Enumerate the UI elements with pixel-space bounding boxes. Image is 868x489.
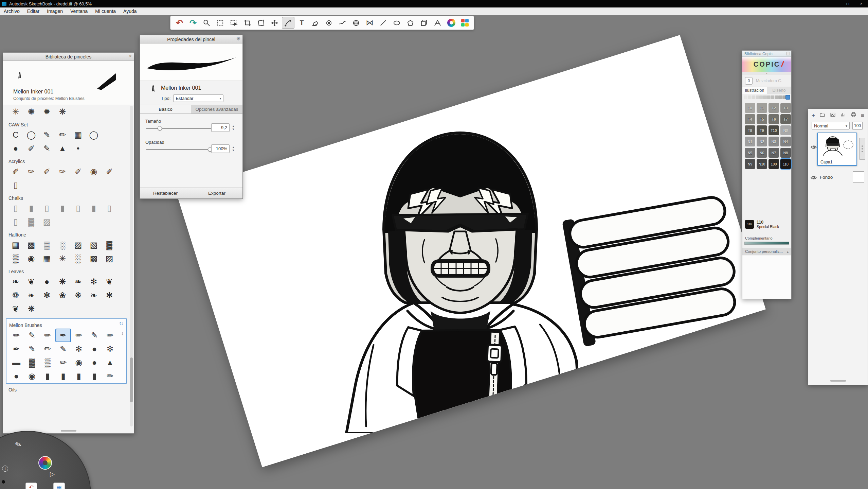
- ellipse-tool-icon[interactable]: [391, 17, 403, 29]
- brush-icon[interactable]: C: [8, 128, 23, 142]
- copic-swatch[interactable]: N8: [780, 148, 791, 158]
- collapse-icon[interactable]: [786, 52, 790, 55]
- brush-type-dropdown[interactable]: Estándar ▾: [173, 94, 223, 102]
- brush-icon[interactable]: ◉: [71, 356, 87, 369]
- drawing-canvas[interactable]: [176, 35, 766, 467]
- brush-icon[interactable]: ▯: [102, 202, 117, 215]
- brush-icon[interactable]: ◯: [23, 128, 39, 142]
- brush-icon[interactable]: ◉: [86, 165, 102, 178]
- adjust-icon[interactable]: ↕: [121, 331, 124, 336]
- brush-library-header[interactable]: Biblioteca de pinceles ×: [3, 53, 134, 61]
- brush-icon[interactable]: ❋: [55, 275, 70, 289]
- eraser-icon[interactable]: [309, 17, 322, 29]
- brush-icon[interactable]: ░: [70, 252, 86, 265]
- export-button[interactable]: Exportar: [191, 188, 242, 198]
- copic-swatch[interactable]: T4: [745, 114, 755, 124]
- redo-icon[interactable]: ↷: [187, 17, 199, 29]
- copic-swatch[interactable]: T5: [757, 114, 767, 124]
- layers-menu-icon[interactable]: ≡: [861, 112, 864, 118]
- brush-icon[interactable]: ▨: [39, 215, 55, 229]
- crop-icon[interactable]: [241, 17, 254, 29]
- brush-icon[interactable]: ✏: [102, 369, 118, 383]
- brush-icon[interactable]: ░: [55, 238, 70, 252]
- brush-icon[interactable]: ✐: [39, 165, 55, 178]
- layer-thumbnail-capa1[interactable]: Capa1: [817, 133, 857, 166]
- copic-swatch[interactable]: N3: [768, 137, 779, 146]
- copic-swatch[interactable]: N10: [757, 159, 767, 169]
- tab-ilustracion[interactable]: Ilustración: [742, 87, 767, 94]
- color-wheel-icon[interactable]: [38, 456, 52, 470]
- copic-swatch[interactable]: N7: [768, 148, 779, 158]
- brush-icon[interactable]: ✏: [40, 342, 55, 356]
- grid-button[interactable]: ▦: [53, 483, 65, 489]
- mini-swatch[interactable]: [748, 95, 751, 99]
- visibility-eye-icon[interactable]: [810, 145, 817, 151]
- brush-icon[interactable]: ✏: [102, 329, 118, 342]
- nudge-icon[interactable]: [268, 17, 281, 29]
- size-slider-thumb[interactable]: [158, 126, 162, 130]
- menu-mi-cuenta[interactable]: Mi cuenta: [91, 7, 120, 15]
- brush-icon[interactable]: ✼: [102, 342, 118, 356]
- brush-icon[interactable]: ▧: [86, 238, 102, 252]
- brush-icon[interactable]: ✐: [70, 165, 86, 178]
- brush-icon[interactable]: ▨: [102, 252, 117, 265]
- copic-swatch[interactable]: 110: [780, 159, 791, 169]
- menu-imagen[interactable]: Imagen: [43, 7, 67, 15]
- layer-thumbnail-fondo[interactable]: [853, 171, 864, 183]
- brush-icon[interactable]: ▩: [23, 238, 39, 252]
- copic-header[interactable]: Biblioteca Copic: [742, 51, 791, 57]
- mini-swatch[interactable]: [756, 95, 759, 99]
- perspective-icon[interactable]: [431, 17, 444, 29]
- tab-opciones-avanzadas[interactable]: Opciones avanzadas: [191, 105, 242, 113]
- tab-basico[interactable]: Básico: [140, 105, 191, 113]
- close-icon[interactable]: ×: [129, 53, 132, 59]
- duplicate-icon[interactable]: [418, 17, 430, 29]
- brush-icon[interactable]: ✳: [8, 105, 23, 119]
- brush-icon[interactable]: ●: [87, 356, 102, 369]
- blend-mode-dropdown[interactable]: Normal ▾: [812, 122, 850, 129]
- copic-swatch[interactable]: N9: [745, 159, 755, 169]
- brush-icon[interactable]: ✑: [23, 165, 39, 178]
- brush-icon[interactable]: ✎: [55, 342, 71, 356]
- mini-swatch[interactable]: [786, 95, 790, 99]
- mini-swatch[interactable]: [752, 95, 755, 99]
- scrollbar-thumb[interactable]: [130, 357, 133, 402]
- brush-icon[interactable]: ▮: [86, 202, 102, 215]
- line-tool-icon[interactable]: [377, 17, 390, 29]
- brush-icon[interactable]: ▨: [70, 238, 86, 252]
- brush-icon[interactable]: ▒: [8, 252, 23, 265]
- color-wheel-icon[interactable]: [445, 17, 457, 29]
- brush-icon[interactable]: ▓: [24, 356, 40, 369]
- brush-icon[interactable]: ✳: [55, 252, 70, 265]
- copic-swatch[interactable]: T0: [745, 103, 755, 113]
- brush-icon[interactable]: ●: [39, 275, 55, 289]
- opacity-value[interactable]: 100%: [211, 144, 230, 153]
- brush-icon[interactable]: ▯: [8, 215, 23, 229]
- copic-swatch[interactable]: N6: [757, 148, 767, 158]
- copic-swatch[interactable]: T2: [768, 103, 779, 113]
- layer-row-fondo[interactable]: Fondo: [808, 173, 868, 188]
- brush-icon[interactable]: ✻: [102, 289, 117, 302]
- brush-icon[interactable]: ▮: [40, 369, 55, 383]
- settings-icon[interactable]: ✳: [236, 36, 240, 41]
- copic-swatch[interactable]: N4: [780, 137, 791, 146]
- opacity-slider[interactable]: [146, 149, 214, 150]
- brush-icon[interactable]: ❧: [70, 275, 86, 289]
- brush-icon[interactable]: ❦: [8, 302, 23, 316]
- brush-icon[interactable]: ❦: [102, 275, 117, 289]
- brush-icon[interactable]: ✎: [39, 128, 55, 142]
- copic-swatch[interactable]: T6: [768, 114, 779, 124]
- mini-swatch[interactable]: [782, 95, 786, 99]
- brush-icon[interactable]: ▯: [39, 202, 55, 215]
- brush-icon[interactable]: ✏: [55, 128, 70, 142]
- copic-swatches-icon[interactable]: [458, 17, 471, 29]
- brush-icon[interactable]: ❋: [70, 289, 86, 302]
- panel-resize-handle[interactable]: [830, 380, 846, 382]
- mini-swatch[interactable]: [744, 95, 747, 99]
- mixer-swatch[interactable]: 0: [745, 77, 753, 85]
- brush-icon[interactable]: ✐: [23, 142, 39, 155]
- brush-icon[interactable]: ◉: [23, 252, 39, 265]
- brush-icon[interactable]: ✎: [14, 440, 23, 450]
- undo-button[interactable]: ↶: [25, 483, 37, 489]
- minimize-button[interactable]: –: [827, 0, 841, 7]
